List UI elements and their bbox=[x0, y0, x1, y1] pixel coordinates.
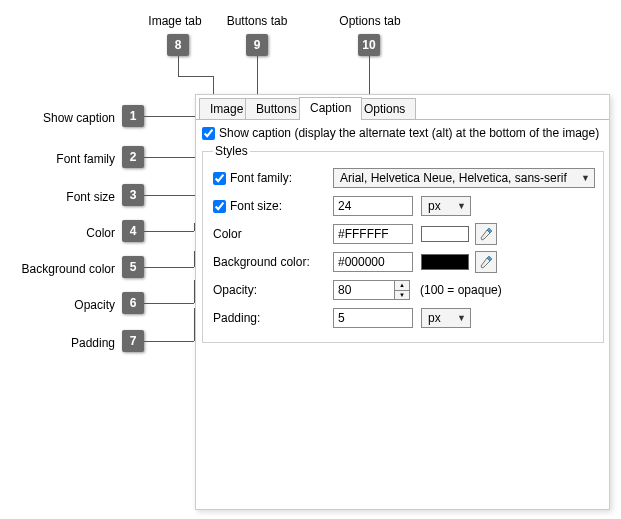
callout-label-buttons-tab: Buttons tab bbox=[222, 14, 292, 28]
styles-fieldset: Styles Font family: Arial, Helvetica Neu… bbox=[202, 144, 604, 343]
font-size-unit-value: px bbox=[428, 199, 441, 213]
callout-badge-10: 10 bbox=[358, 34, 380, 56]
font-size-input[interactable] bbox=[333, 196, 413, 216]
chevron-down-icon: ▼ bbox=[449, 201, 466, 211]
callout-label-opacity: Opacity bbox=[10, 298, 115, 312]
font-family-label: Font family: bbox=[230, 171, 292, 185]
callout-badge-9: 9 bbox=[246, 34, 268, 56]
font-size-checkbox[interactable] bbox=[213, 200, 226, 213]
callout-label-show-caption: Show caption bbox=[10, 111, 115, 125]
tab-options[interactable]: Options bbox=[353, 98, 416, 119]
callout-line bbox=[369, 56, 370, 98]
bg-color-eyedropper-button[interactable] bbox=[475, 251, 497, 273]
callout-label-bg-color: Background color bbox=[10, 262, 115, 276]
opacity-step-up[interactable]: ▲ bbox=[395, 281, 409, 291]
color-input[interactable] bbox=[333, 224, 413, 244]
callout-label-padding: Padding bbox=[10, 336, 115, 350]
chevron-down-icon: ▼ bbox=[573, 173, 590, 183]
callout-badge-5: 5 bbox=[122, 256, 144, 278]
eyedropper-icon bbox=[479, 255, 493, 269]
tab-strip: Image Buttons Caption Options bbox=[196, 95, 609, 119]
callout-badge-7: 7 bbox=[122, 330, 144, 352]
bg-color-input[interactable] bbox=[333, 252, 413, 272]
callout-badge-4: 4 bbox=[122, 220, 144, 242]
font-family-select[interactable]: Arial, Helvetica Neue, Helvetica, sans-s… bbox=[333, 168, 595, 188]
color-eyedropper-button[interactable] bbox=[475, 223, 497, 245]
bg-color-label: Background color: bbox=[213, 255, 310, 269]
callout-label-font-family: Font family bbox=[10, 152, 115, 166]
chevron-down-icon: ▼ bbox=[449, 313, 466, 323]
padding-input[interactable] bbox=[333, 308, 413, 328]
opacity-hint: (100 = opaque) bbox=[420, 283, 502, 297]
caption-settings-panel: Image Buttons Caption Options Show capti… bbox=[195, 94, 610, 510]
opacity-spinbox[interactable]: ▲ ▼ bbox=[333, 280, 410, 300]
callout-line bbox=[257, 56, 258, 98]
callout-line bbox=[178, 56, 179, 76]
color-swatch[interactable] bbox=[421, 226, 469, 242]
callout-line bbox=[144, 267, 194, 268]
font-family-checkbox[interactable] bbox=[213, 172, 226, 185]
color-label: Color bbox=[213, 227, 242, 241]
callout-badge-2: 2 bbox=[122, 146, 144, 168]
callout-label-font-size: Font size bbox=[10, 190, 115, 204]
font-size-unit-select[interactable]: px ▼ bbox=[421, 196, 471, 216]
callout-line bbox=[144, 341, 194, 342]
callout-label-image-tab: Image tab bbox=[145, 14, 205, 28]
tab-caption[interactable]: Caption bbox=[299, 97, 362, 120]
styles-legend: Styles bbox=[213, 144, 250, 158]
callout-label-options-tab: Options tab bbox=[335, 14, 405, 28]
bg-color-swatch[interactable] bbox=[421, 254, 469, 270]
opacity-input[interactable] bbox=[334, 281, 394, 299]
show-caption-checkbox[interactable] bbox=[202, 127, 215, 140]
callout-line bbox=[144, 231, 194, 232]
callout-badge-3: 3 bbox=[122, 184, 144, 206]
opacity-step-down[interactable]: ▼ bbox=[395, 291, 409, 300]
callout-badge-8: 8 bbox=[167, 34, 189, 56]
callout-badge-1: 1 bbox=[122, 105, 144, 127]
callout-label-color: Color bbox=[10, 226, 115, 240]
callout-line bbox=[144, 116, 196, 117]
font-family-value: Arial, Helvetica Neue, Helvetica, sans-s… bbox=[340, 171, 567, 185]
font-size-label: Font size: bbox=[230, 199, 282, 213]
callout-line bbox=[178, 76, 213, 77]
padding-unit-select[interactable]: px ▼ bbox=[421, 308, 471, 328]
padding-unit-value: px bbox=[428, 311, 441, 325]
eyedropper-icon bbox=[479, 227, 493, 241]
opacity-label: Opacity: bbox=[213, 283, 257, 297]
callout-line bbox=[144, 303, 194, 304]
padding-label: Padding: bbox=[213, 311, 260, 325]
show-caption-label: Show caption (display the alternate text… bbox=[219, 126, 599, 140]
tab-content-caption: Show caption (display the alternate text… bbox=[196, 120, 609, 509]
callout-badge-6: 6 bbox=[122, 292, 144, 314]
